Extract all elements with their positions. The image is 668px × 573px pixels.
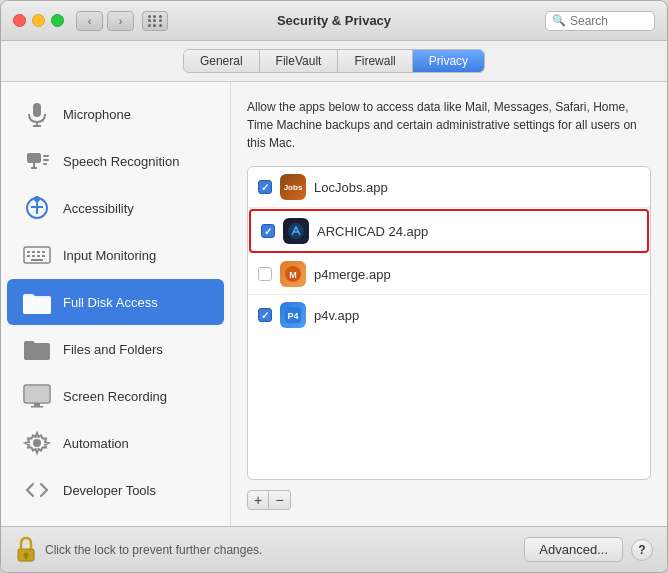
svg-rect-35 bbox=[25, 555, 27, 559]
svg-rect-25 bbox=[34, 403, 40, 406]
folder-icon bbox=[21, 286, 53, 318]
svg-rect-20 bbox=[31, 259, 43, 261]
sidebar-item-speech-recognition[interactable]: Speech Recognition bbox=[7, 138, 224, 184]
sidebar-item-microphone[interactable]: Microphone bbox=[7, 91, 224, 137]
lock-icon[interactable] bbox=[15, 536, 37, 564]
svg-rect-17 bbox=[42, 251, 45, 253]
grid-button[interactable] bbox=[142, 11, 168, 31]
add-button[interactable]: + bbox=[247, 490, 269, 510]
list-controls: + − bbox=[247, 490, 651, 510]
nav-buttons: ‹ › bbox=[76, 11, 134, 31]
close-button[interactable] bbox=[13, 14, 26, 27]
svg-rect-4 bbox=[33, 163, 35, 167]
archicad-icon bbox=[283, 218, 309, 244]
p4merge-name: p4merge.app bbox=[314, 267, 391, 282]
tab-filevault[interactable]: FileVault bbox=[260, 50, 339, 72]
sidebar-item-automation[interactable]: Automation bbox=[7, 420, 224, 466]
p4v-name: p4v.app bbox=[314, 308, 359, 323]
p4v-checkbox[interactable] bbox=[258, 308, 272, 322]
svg-rect-16 bbox=[37, 251, 40, 253]
maximize-button[interactable] bbox=[51, 14, 64, 27]
traffic-lights bbox=[13, 14, 64, 27]
sidebar-item-input-monitoring[interactable]: Input Monitoring bbox=[7, 232, 224, 278]
folder-small-icon bbox=[21, 333, 53, 365]
speech-icon bbox=[21, 145, 53, 177]
minimize-button[interactable] bbox=[32, 14, 45, 27]
help-button[interactable]: ? bbox=[631, 539, 653, 561]
microphone-icon bbox=[21, 98, 53, 130]
tab-privacy[interactable]: Privacy bbox=[413, 50, 484, 72]
svg-rect-24 bbox=[25, 386, 49, 402]
code-icon bbox=[21, 474, 53, 506]
svg-rect-6 bbox=[43, 155, 49, 157]
svg-point-27 bbox=[33, 439, 41, 447]
svg-rect-5 bbox=[31, 167, 37, 169]
search-input[interactable] bbox=[570, 14, 650, 28]
app-row-p4v: P4 p4v.app bbox=[248, 295, 650, 335]
sidebar-item-full-disk-access[interactable]: Full Disk Access bbox=[7, 279, 224, 325]
bottom-bar: Click the lock to prevent further change… bbox=[1, 526, 667, 572]
locjobs-icon: Jobs bbox=[280, 174, 306, 200]
sidebar-item-screen-recording-label: Screen Recording bbox=[63, 389, 167, 404]
svg-rect-18 bbox=[27, 255, 30, 257]
right-panel: Allow the apps below to access data like… bbox=[231, 82, 667, 526]
tab-firewall[interactable]: Firewall bbox=[338, 50, 412, 72]
svg-rect-3 bbox=[27, 153, 41, 163]
locjobs-name: LocJobs.app bbox=[314, 180, 388, 195]
sidebar-item-files-and-folders[interactable]: Files and Folders bbox=[7, 326, 224, 372]
app-row-p4merge: M p4merge.app bbox=[248, 254, 650, 295]
svg-rect-7 bbox=[43, 159, 49, 161]
gear-icon bbox=[21, 427, 53, 459]
grid-icon bbox=[148, 15, 163, 27]
sidebar: Microphone Speech Recognition bbox=[1, 82, 231, 526]
svg-rect-14 bbox=[27, 251, 30, 253]
app-row-archicad: ARCHICAD 24.app bbox=[249, 209, 649, 253]
p4merge-icon: M bbox=[280, 261, 306, 287]
bottom-right-controls: Advanced... ? bbox=[524, 537, 653, 562]
sidebar-item-files-folders-label: Files and Folders bbox=[63, 342, 163, 357]
p4merge-checkbox[interactable] bbox=[258, 267, 272, 281]
keyboard-icon bbox=[21, 239, 53, 271]
sidebar-item-speech-label: Speech Recognition bbox=[63, 154, 179, 169]
sidebar-item-full-disk-label: Full Disk Access bbox=[63, 295, 158, 310]
svg-rect-26 bbox=[31, 406, 43, 408]
sidebar-item-screen-recording[interactable]: Screen Recording bbox=[7, 373, 224, 419]
sidebar-item-accessibility[interactable]: Accessibility bbox=[7, 185, 224, 231]
description-text: Allow the apps below to access data like… bbox=[247, 98, 651, 152]
forward-button[interactable]: › bbox=[107, 11, 134, 31]
svg-rect-15 bbox=[32, 251, 35, 253]
svg-rect-19 bbox=[32, 255, 35, 257]
svg-text:M: M bbox=[289, 270, 297, 280]
svg-text:P4: P4 bbox=[287, 311, 298, 321]
lock-text: Click the lock to prevent further change… bbox=[45, 543, 262, 557]
search-icon: 🔍 bbox=[552, 14, 566, 27]
search-box[interactable]: 🔍 bbox=[545, 11, 655, 31]
svg-rect-22 bbox=[42, 255, 45, 257]
app-row-locjobs: Jobs LocJobs.app bbox=[248, 167, 650, 208]
sidebar-item-input-monitoring-label: Input Monitoring bbox=[63, 248, 156, 263]
tab-group: General FileVault Firewall Privacy bbox=[183, 49, 485, 73]
sidebar-item-automation-label: Automation bbox=[63, 436, 129, 451]
back-button[interactable]: ‹ bbox=[76, 11, 103, 31]
svg-rect-8 bbox=[43, 163, 47, 165]
tabs-area: General FileVault Firewall Privacy bbox=[1, 41, 667, 82]
sidebar-item-developer-tools[interactable]: Developer Tools bbox=[7, 467, 224, 513]
titlebar: ‹ › Security & Privacy 🔍 bbox=[1, 1, 667, 41]
p4v-icon: P4 bbox=[280, 302, 306, 328]
sidebar-item-accessibility-label: Accessibility bbox=[63, 201, 134, 216]
tab-general[interactable]: General bbox=[184, 50, 260, 72]
apps-list: Jobs LocJobs.app ARCHICAD 24.app bbox=[247, 166, 651, 480]
main-content: Microphone Speech Recognition bbox=[1, 82, 667, 526]
remove-button[interactable]: − bbox=[269, 490, 291, 510]
sidebar-item-developer-tools-label: Developer Tools bbox=[63, 483, 156, 498]
window: ‹ › Security & Privacy 🔍 General FileVau… bbox=[0, 0, 668, 573]
sidebar-item-microphone-label: Microphone bbox=[63, 107, 131, 122]
lock-area: Click the lock to prevent further change… bbox=[15, 536, 262, 564]
locjobs-checkbox[interactable] bbox=[258, 180, 272, 194]
archicad-name: ARCHICAD 24.app bbox=[317, 224, 428, 239]
svg-rect-21 bbox=[37, 255, 40, 257]
archicad-checkbox[interactable] bbox=[261, 224, 275, 238]
advanced-button[interactable]: Advanced... bbox=[524, 537, 623, 562]
accessibility-icon bbox=[21, 192, 53, 224]
svg-rect-0 bbox=[33, 103, 41, 117]
